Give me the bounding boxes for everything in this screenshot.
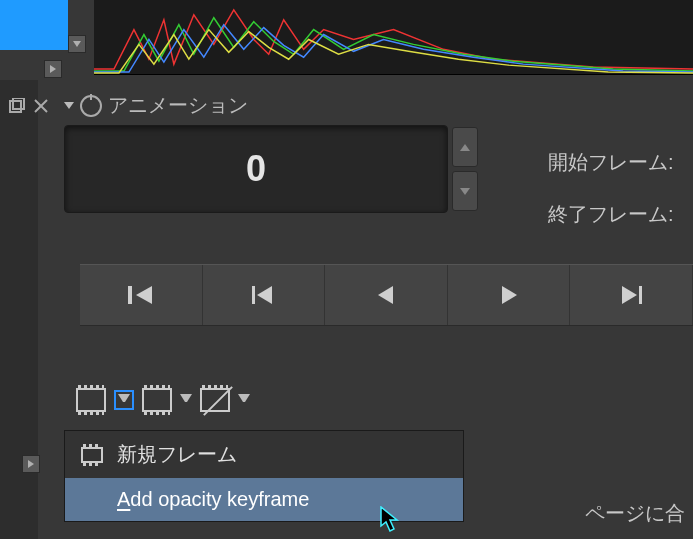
duplicate-frame-dropdown[interactable] [180,394,192,406]
svg-rect-4 [128,286,132,304]
frame-menu: 新規フレーム Add opacity keyframe [64,430,464,522]
go-first-button[interactable] [80,265,203,325]
svg-marker-5 [136,286,152,304]
close-icon[interactable] [32,97,50,115]
float-dock-icon[interactable] [8,97,26,115]
svg-marker-7 [257,286,272,304]
menu-item-label: Add opacity keyframe [117,488,309,511]
start-frame-label: 開始フレーム: [548,136,674,188]
dock-title: アニメーション [108,92,248,119]
panel-expand[interactable] [44,60,62,78]
prev-keyframe-button[interactable] [203,265,326,325]
panel-expand-2[interactable] [22,455,40,473]
remove-frame-icon[interactable] [200,388,230,412]
remove-frame-dropdown[interactable] [238,394,250,406]
menu-item-label: 新規フレーム [117,441,237,468]
duplicate-frame-icon[interactable] [142,388,172,412]
current-frame-value: 0 [246,148,266,190]
svg-rect-11 [639,286,642,304]
end-frame-label: 終了フレーム: [548,188,674,240]
svg-marker-8 [378,286,393,304]
frame-step-up[interactable] [452,127,478,167]
fit-page-label: ページに合 [585,500,685,527]
current-frame-input[interactable]: 0 [64,125,448,213]
play-button[interactable] [448,265,571,325]
svg-marker-10 [622,286,637,304]
next-keyframe-button[interactable] [570,265,693,325]
frame-step-down[interactable] [452,171,478,211]
add-frame-icon[interactable] [76,388,106,412]
histogram [94,0,693,75]
chevron-down-icon[interactable] [64,102,74,109]
film-icon [79,447,105,463]
svg-marker-9 [502,286,517,304]
svg-rect-6 [252,286,255,304]
onion-skin-icon [80,95,102,117]
combo-dropdown[interactable] [68,35,86,53]
menu-item-add-opacity-keyframe[interactable]: Add opacity keyframe [65,478,463,521]
prev-frame-button[interactable] [325,265,448,325]
menu-item-new-frame[interactable]: 新規フレーム [65,431,463,478]
transport-bar [80,264,693,326]
add-frame-dropdown[interactable] [114,390,134,410]
svg-rect-1 [13,98,24,109]
selection-patch [0,0,68,50]
svg-rect-0 [10,101,21,112]
